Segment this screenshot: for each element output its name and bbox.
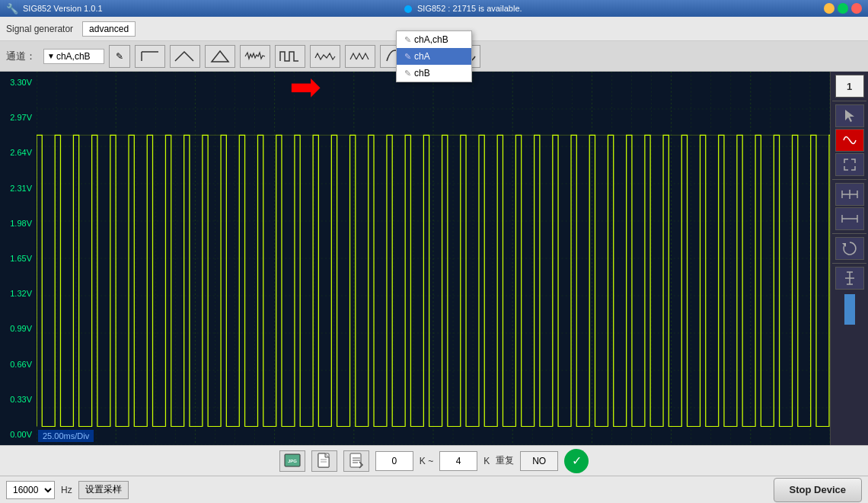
- dropdown-item-cha[interactable]: ✎ chA: [397, 48, 471, 65]
- counter-input-1[interactable]: [375, 451, 413, 471]
- waveform-noise-btn[interactable]: [240, 45, 270, 68]
- channel-arrow: ▼: [47, 52, 55, 60]
- k-label-1: K ~: [420, 456, 433, 466]
- status-bar-top: SIG852 : 21715 is available.: [103, 4, 824, 13]
- no-btn: NO: [520, 451, 558, 471]
- chart-svg: [37, 72, 830, 445]
- expand-icon-btn[interactable]: [835, 153, 864, 176]
- title-label: SIG852 Version 1.0.1: [23, 4, 103, 13]
- channel-dropdown: ✎ chA,chB ✎ chA ✎ chB: [396, 30, 472, 82]
- channel-number-btn: 1: [835, 75, 864, 98]
- pencil-icon-chachb: ✎: [404, 35, 411, 45]
- waveform-dc-btn[interactable]: [135, 45, 165, 68]
- y-label-9: 0.33V: [2, 395, 35, 404]
- maximize-button[interactable]: [838, 3, 848, 14]
- y-axis: 3.30V 2.97V 2.64V 2.31V 1.98V 1.65V 1.32…: [0, 72, 37, 445]
- zoom-in-h-btn[interactable]: [835, 183, 864, 206]
- app-icon: 🔧: [6, 3, 18, 14]
- counter-input-2[interactable]: [439, 451, 477, 471]
- chart-area: 3.30V 2.97V 2.64V 2.31V 1.98V 1.65V 1.32…: [0, 72, 830, 445]
- y-label-5: 1.65V: [2, 254, 35, 263]
- channel-select[interactable]: ▼ chA,chB: [43, 49, 104, 64]
- doc2-export-btn[interactable]: [343, 450, 369, 472]
- rt-divider-2: [832, 179, 866, 180]
- main-area: 3.30V 2.97V 2.64V 2.31V 1.98V 1.65V 1.32…: [0, 72, 868, 445]
- y-label-1: 2.97V: [2, 113, 35, 122]
- jpg-export-btn[interactable]: JPG: [279, 450, 305, 472]
- y-label-10: 0.00V: [2, 430, 35, 439]
- repeat-label: 重复: [496, 454, 514, 467]
- zoom-in-v-btn[interactable]: [835, 267, 864, 290]
- waveform-multi-btn[interactable]: [345, 45, 375, 68]
- edit-icon[interactable]: ✎: [109, 45, 130, 68]
- k-label-2: K: [483, 456, 490, 466]
- reset-btn[interactable]: [835, 237, 864, 260]
- channel-value: chA,chB: [56, 51, 91, 62]
- y-label-2: 2.64V: [2, 148, 35, 157]
- zoom-y-indicator: [844, 294, 855, 325]
- y-label-0: 3.30V: [2, 78, 35, 87]
- waveform-pulse-btn[interactable]: [275, 45, 305, 68]
- y-label-8: 0.66V: [2, 360, 35, 369]
- pencil-icon-cha: ✎: [404, 52, 411, 62]
- time-label: 25.00ms/Div: [38, 430, 94, 442]
- svg-marker-2: [212, 51, 228, 62]
- svg-text:JPG: JPG: [288, 459, 297, 463]
- rt-divider-3: [832, 233, 866, 234]
- waveform-ramp-btn[interactable]: [170, 45, 200, 68]
- signal-generator-label: Signal generator: [6, 24, 73, 34]
- rt-divider-4: [832, 263, 866, 264]
- y-label-3: 2.31V: [2, 184, 35, 193]
- minimize-button[interactable]: [824, 3, 834, 14]
- title-text: 🔧 SIG852 Version 1.0.1: [6, 3, 103, 14]
- waveform-arb-btn[interactable]: [310, 45, 340, 68]
- close-button[interactable]: [851, 3, 862, 14]
- waveform-triangle-btn[interactable]: [205, 45, 235, 68]
- y-label-7: 0.99V: [2, 324, 35, 333]
- bottom-toolbar: JPG K ~ K 重复 NO ✓: [0, 445, 868, 476]
- pencil-icon: ✎: [116, 51, 123, 62]
- zoom-out-h-btn[interactable]: [835, 207, 864, 230]
- confirm-btn[interactable]: ✓: [564, 449, 589, 473]
- dropdown-item-chb[interactable]: ✎ chB: [397, 65, 471, 82]
- title-bar: 🔧 SIG852 Version 1.0.1 SIG852 : 21715 is…: [0, 0, 868, 17]
- status-text: SIG852 : 21715 is available.: [417, 4, 522, 13]
- sample-rate-select[interactable]: 16000 8000 44100: [6, 481, 55, 499]
- channel-label: 通道：: [6, 50, 36, 63]
- rt-divider-1: [832, 101, 866, 101]
- arrow-pointer: ➡: [289, 65, 321, 109]
- svg-marker-57: [845, 110, 854, 122]
- dropdown-label-chb: chB: [414, 68, 430, 78]
- right-toolbar: 1: [830, 72, 868, 445]
- status-bar-bottom: 16000 8000 44100 Hz 设置采样 Stop Device: [0, 476, 868, 503]
- status-dot: [404, 5, 412, 13]
- stop-device-btn[interactable]: Stop Device: [774, 478, 862, 502]
- doc-export-btn[interactable]: [311, 450, 337, 472]
- y-label-4: 1.98V: [2, 219, 35, 228]
- hz-label: Hz: [61, 485, 72, 495]
- advanced-button[interactable]: advanced: [82, 21, 136, 37]
- dropdown-label-chachb: chA,chB: [414, 34, 448, 45]
- dropdown-label-cha: chA: [414, 51, 430, 62]
- set-sample-btn[interactable]: 设置采样: [78, 481, 129, 499]
- cursor-icon-btn[interactable]: [835, 104, 864, 127]
- pencil-icon-chb: ✎: [404, 69, 411, 78]
- window-controls: [824, 3, 862, 14]
- wave-icon-btn[interactable]: [835, 129, 864, 152]
- dropdown-item-chachb[interactable]: ✎ chA,chB: [397, 31, 471, 48]
- y-label-6: 1.32V: [2, 289, 35, 298]
